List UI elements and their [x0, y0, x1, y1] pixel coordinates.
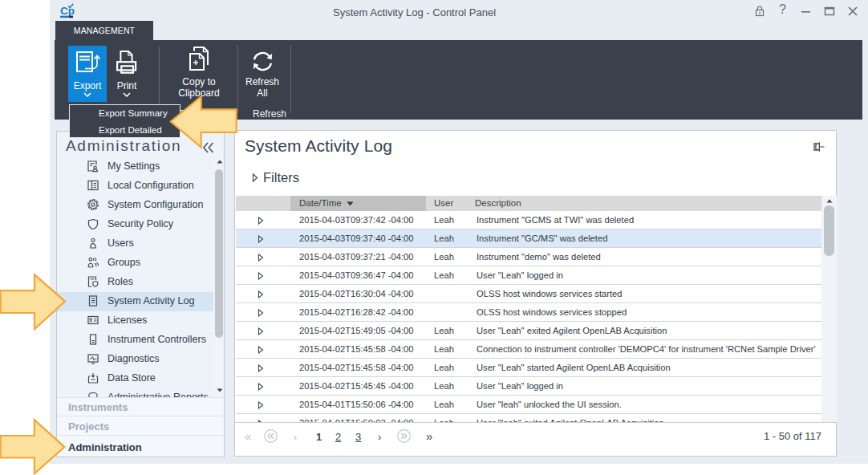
- svg-text:Cp: Cp: [60, 5, 75, 17]
